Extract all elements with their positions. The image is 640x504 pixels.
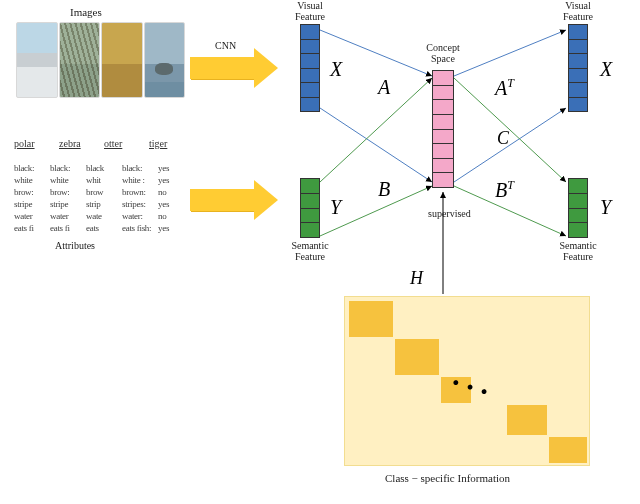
symbol-Y: Y bbox=[330, 196, 341, 219]
feature-cell bbox=[568, 53, 588, 69]
attribute-cell: stripe bbox=[50, 198, 86, 210]
attribute-table: black:black:blackblack:yeswhitewhitewhit… bbox=[14, 162, 194, 234]
attribute-cell: strip bbox=[86, 198, 122, 210]
attribute-cell: water: bbox=[122, 210, 158, 222]
feature-cell bbox=[568, 39, 588, 55]
feature-cell bbox=[568, 24, 588, 40]
symbol-B-transpose: BT bbox=[495, 178, 514, 202]
semantic-feature-label: Semantic Feature bbox=[556, 240, 600, 262]
feature-cell bbox=[568, 178, 588, 194]
attribute-cell: wate bbox=[86, 210, 122, 222]
class-name: polar bbox=[14, 138, 59, 149]
attribute-cell: black bbox=[86, 162, 122, 174]
attribute-cell: water bbox=[50, 210, 86, 222]
symbol-A-transpose: AT bbox=[495, 76, 514, 100]
symbol-H: H bbox=[410, 268, 423, 289]
attribute-cell: brown: bbox=[122, 186, 158, 198]
cnn-label: CNN bbox=[215, 40, 236, 51]
semantic-feature-label: Semantic Feature bbox=[288, 240, 332, 262]
feature-cell bbox=[568, 97, 588, 113]
feature-cell bbox=[300, 68, 320, 84]
svg-line-1 bbox=[320, 108, 432, 182]
feature-cell bbox=[568, 208, 588, 224]
feature-cell bbox=[300, 208, 320, 224]
sample-image bbox=[16, 22, 58, 98]
feature-cell bbox=[300, 178, 320, 194]
images-heading: Images bbox=[70, 6, 102, 18]
attribute-cell: white bbox=[14, 174, 50, 186]
feature-cell bbox=[432, 172, 454, 188]
sample-image bbox=[144, 22, 186, 98]
attribute-cell: yes bbox=[158, 222, 194, 234]
attributes-heading: Attributes bbox=[55, 240, 95, 251]
feature-cell bbox=[568, 193, 588, 209]
svg-line-4 bbox=[320, 78, 432, 182]
attribute-cell: eats fi bbox=[50, 222, 86, 234]
feature-cell bbox=[568, 82, 588, 98]
feature-cell bbox=[432, 85, 454, 101]
svg-line-3 bbox=[454, 108, 566, 182]
attribute-cell: eats fi bbox=[14, 222, 50, 234]
attribute-cell: white bbox=[50, 174, 86, 186]
attribute-cell: brow bbox=[86, 186, 122, 198]
feature-cell bbox=[432, 99, 454, 115]
semantic-feature-stack-right bbox=[568, 178, 588, 238]
sample-image bbox=[59, 22, 101, 98]
concept-space-label: Concept Space bbox=[420, 42, 466, 64]
visual-feature-stack-left bbox=[300, 24, 320, 112]
feature-cell bbox=[568, 68, 588, 84]
attribute-cell: water bbox=[14, 210, 50, 222]
semantic-feature-stack-left bbox=[300, 178, 320, 238]
feature-cell bbox=[432, 143, 454, 159]
attribute-cell: no bbox=[158, 210, 194, 222]
supervised-label: supervised bbox=[428, 208, 471, 219]
class-name: tiger bbox=[149, 138, 194, 149]
class-specific-label: Class − specific Information bbox=[385, 472, 510, 484]
attribute-cell: yes bbox=[158, 162, 194, 174]
feature-cell bbox=[300, 39, 320, 55]
sample-image bbox=[101, 22, 143, 98]
feature-cell bbox=[432, 70, 454, 86]
attribute-cell: black: bbox=[50, 162, 86, 174]
feature-cell bbox=[300, 222, 320, 238]
attribute-cell: yes bbox=[158, 198, 194, 210]
feature-cell bbox=[300, 24, 320, 40]
symbol-X: X bbox=[330, 58, 342, 81]
feature-cell bbox=[300, 82, 320, 98]
attribute-cell: whit bbox=[86, 174, 122, 186]
feature-cell bbox=[568, 222, 588, 238]
matrix-block bbox=[549, 437, 587, 463]
feature-cell bbox=[300, 53, 320, 69]
feature-cell bbox=[432, 129, 454, 145]
attribute-cell: eats fish: bbox=[122, 222, 158, 234]
attribute-cell: brow: bbox=[14, 186, 50, 198]
feature-cell bbox=[432, 158, 454, 174]
class-name-row: polar zebra otter tiger bbox=[14, 138, 194, 149]
feature-cell bbox=[300, 193, 320, 209]
symbol-Y: Y bbox=[600, 196, 611, 219]
visual-feature-label: Visual Feature bbox=[558, 0, 598, 22]
symbol-C: C bbox=[497, 128, 509, 149]
svg-line-2 bbox=[454, 30, 566, 76]
class-name: zebra bbox=[59, 138, 104, 149]
class-name: otter bbox=[104, 138, 149, 149]
symbol-A: A bbox=[378, 76, 390, 99]
attribute-cell: white : bbox=[122, 174, 158, 186]
semantic-arrow bbox=[190, 180, 278, 220]
attribute-cell: black: bbox=[14, 162, 50, 174]
feature-cell bbox=[432, 114, 454, 130]
attribute-cell: brow: bbox=[50, 186, 86, 198]
cnn-arrow bbox=[190, 48, 278, 88]
attribute-cell: yes bbox=[158, 174, 194, 186]
matrix-block bbox=[395, 339, 439, 375]
attribute-cell: black: bbox=[122, 162, 158, 174]
attribute-cell: stripe bbox=[14, 198, 50, 210]
visual-feature-stack-right bbox=[568, 24, 588, 112]
symbol-X: X bbox=[600, 58, 612, 81]
feature-cell bbox=[300, 97, 320, 113]
matrix-block bbox=[349, 301, 393, 337]
visual-feature-label: Visual Feature bbox=[290, 0, 330, 22]
matrix-block bbox=[507, 405, 547, 435]
attribute-cell: no bbox=[158, 186, 194, 198]
attribute-cell: eats bbox=[86, 222, 122, 234]
